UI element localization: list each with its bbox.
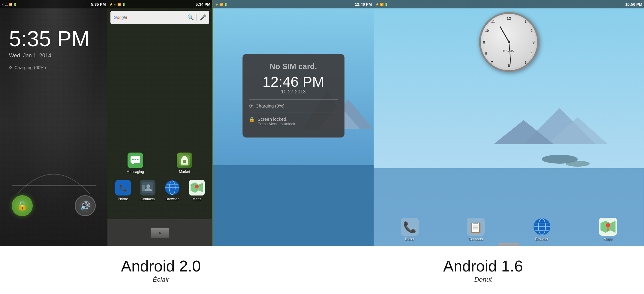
svg-marker-1: [132, 163, 134, 165]
dialer-icon: 📞: [401, 218, 419, 236]
drawer-handle-16[interactable]: ▲: [498, 243, 519, 246]
phone-app[interactable]: 📞 Phone: [113, 180, 134, 201]
bottom-labels: Android 2.0 Éclair Android 1.6 Donut: [0, 246, 644, 294]
no-sim-text: No SIM card.: [249, 62, 338, 71]
market-icon: [177, 153, 192, 168]
clock-7: 7: [491, 61, 493, 64]
home-status-icons-left-16: ⚡ 📶 🔋: [375, 3, 388, 6]
clock-8: 8: [485, 52, 487, 55]
sim-charging-text: Charging (9%): [256, 103, 285, 108]
clock-center-dot: [508, 41, 510, 43]
lock-charging-20: ⟳ Charging (60%): [0, 59, 107, 70]
signal2-icon: 📶: [117, 3, 121, 6]
mic-icon[interactable]: 🎤: [196, 14, 206, 21]
dock-icons-row: 📞 Dialer 📋 Contacts: [374, 213, 644, 243]
battery2-icon-16: 🔋: [384, 3, 388, 6]
usb2-icon: ⚡: [375, 3, 379, 6]
svg-text:📞: 📞: [403, 221, 417, 234]
clock-minute-hand: [509, 42, 511, 65]
contacts-app-16[interactable]: 📋 Contacts: [467, 218, 485, 241]
sim-lock-block: Screen locked. Press Menu to unlock.: [258, 117, 296, 126]
lock-statusbar-20: ⚠ △ 📶 🔋 5:35 PM: [0, 0, 107, 8]
home-statusbar-16: ⚡ 📶 🔋 10:56 PM: [374, 0, 644, 8]
usb-icon-16: ⚡: [215, 3, 218, 6]
android20-version: Android 2.0: [121, 257, 201, 275]
sound-button[interactable]: 🔊: [75, 195, 96, 216]
warning2-icon: ⚠: [114, 3, 116, 6]
contacts-icon-16: 📋: [467, 218, 485, 236]
messaging-app[interactable]: Messaging: [125, 153, 146, 174]
messaging-label: Messaging: [127, 170, 144, 174]
search-icon[interactable]: 🔍: [187, 14, 194, 21]
svg-point-4: [137, 159, 138, 160]
home-status-time-20: 5:34 PM: [196, 2, 210, 7]
home-icons-row-2: 📞 Phone: [110, 180, 209, 201]
maps-app-20[interactable]: Maps: [186, 180, 207, 201]
triangle-icon: △: [5, 3, 8, 6]
sim-lock-icon: 🔒: [249, 117, 255, 122]
battery2-icon: 🔋: [122, 3, 125, 6]
svg-point-19: [195, 185, 199, 188]
svg-text:📞: 📞: [119, 184, 127, 192]
lock-screen-20: ⚠ △ 📶 🔋 5:35 PM 5:35 PM Wed, Jan 1, 2014…: [0, 0, 107, 246]
clock-6: 6: [508, 63, 510, 68]
svg-text:📋: 📋: [469, 221, 483, 234]
sim-charging-row: ⟳ Charging (9%): [249, 103, 338, 109]
svg-rect-7: [183, 160, 186, 163]
clock-widget: 12 3 6 9 1 11 2 10 4 8 5 7: [479, 12, 539, 72]
lock-clock-20: 5:35 PM: [0, 8, 107, 51]
signal-icon-16: 📶: [219, 3, 223, 6]
clock-face: 12 3 6 9 1 11 2 10 4 8 5 7: [479, 12, 539, 72]
contacts-icon: [140, 180, 155, 195]
browser-app-20[interactable]: Browser: [162, 180, 183, 201]
home-screen-16: ⚡ 📶 🔋 10:56 PM 12 3 6 9 1: [374, 0, 644, 246]
svg-point-2: [132, 159, 134, 160]
contacts-app[interactable]: Contacts: [137, 180, 158, 201]
lock-status-time-16: 12:46 PM: [355, 2, 372, 7]
home-statusbar-20: ⚡ ⚠ 📶 🔋 5:34 PM: [107, 0, 212, 8]
lock-slider-area: 🔓 🔊: [12, 185, 96, 216]
clock-4: 4: [531, 52, 532, 55]
maps-app-16[interactable]: Maps: [599, 218, 617, 241]
battery-icon-16: 🔋: [224, 3, 227, 6]
home-status-icons-left: ⚡ ⚠ 📶 🔋: [109, 3, 125, 6]
android16-codename: Donut: [474, 276, 492, 283]
android16-label-section: Android 1.6 Donut: [322, 246, 644, 294]
sim-date: 10-27-2013: [249, 89, 338, 95]
svg-rect-22: [213, 165, 374, 246]
clock-9: 9: [483, 40, 485, 44]
contacts-label-16: Contacts: [469, 237, 483, 241]
clock-12: 12: [507, 16, 511, 21]
clock-5: 5: [525, 61, 526, 64]
android16-version: Android 1.6: [443, 257, 523, 275]
warning-icon: ⚠: [2, 3, 5, 6]
dialer-app[interactable]: 📞 Dialer: [401, 218, 419, 241]
messaging-icon: [128, 153, 143, 168]
lock-slider-track: [12, 185, 96, 186]
home-status-time-16: 10:56 PM: [625, 2, 642, 7]
drawer-handle-20[interactable]: ▲: [151, 228, 169, 238]
lock-screen-16: ⚡ 📶 🔋 12:46 PM No SIM card. 12:46 PM 10-…: [213, 0, 374, 246]
svg-point-3: [134, 159, 136, 160]
clock-brand: MALMO: [503, 49, 514, 52]
android20-section: ⚠ △ 📶 🔋 5:35 PM 5:35 PM Wed, Jan 1, 2014…: [0, 0, 213, 246]
unlock-button[interactable]: 🔓: [12, 195, 33, 216]
maps-label-16: Maps: [603, 237, 612, 241]
market-label: Market: [179, 170, 190, 174]
sim-charging-icon: ⟳: [249, 103, 253, 109]
maps-label-20: Maps: [192, 197, 201, 201]
clock-10: 10: [485, 29, 489, 32]
browser-app-16[interactable]: Browser: [533, 218, 551, 241]
maps-icon-img: [189, 180, 205, 195]
sim-divider-2: [249, 113, 338, 113]
svg-rect-11: [142, 185, 145, 191]
android16-section: ⚡ 📶 🔋 12:46 PM No SIM card. 12:46 PM 10-…: [213, 0, 644, 246]
search-bar-20[interactable]: Google 🔍 🎤: [110, 11, 209, 24]
svg-point-26: [566, 161, 590, 167]
market-app[interactable]: Market: [174, 153, 195, 174]
clock-3: 3: [532, 40, 534, 44]
lock-buttons-row: 🔓 🔊: [12, 195, 96, 216]
sim-lock-row: 🔒 Screen locked. Press Menu to unlock.: [249, 117, 338, 126]
home-icons-row-1: Messaging Market: [110, 153, 209, 174]
maps-icon-16: [599, 218, 617, 236]
